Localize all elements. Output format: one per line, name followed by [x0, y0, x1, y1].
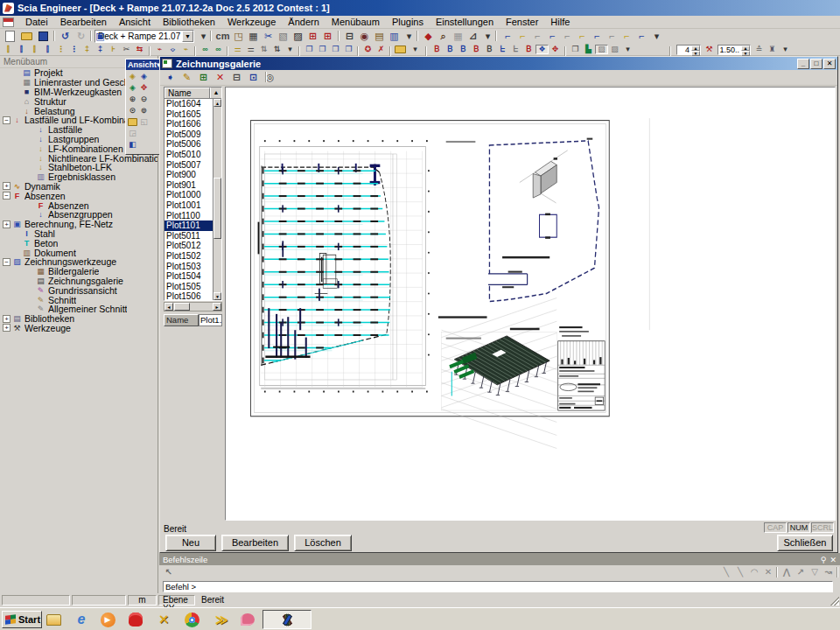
edit-button[interactable]: Bearbeiten: [221, 535, 289, 551]
drawing-preview[interactable]: [225, 87, 836, 521]
close-button[interactable]: ✕: [823, 59, 836, 69]
tree-item[interactable]: F Absenzen: [0, 200, 158, 210]
plot-list-item[interactable]: Plot1606: [164, 119, 213, 130]
menu-item[interactable]: Plugins: [386, 16, 430, 28]
menu-item[interactable]: Datei: [19, 16, 54, 28]
arrows-icon[interactable]: ≫: [212, 611, 231, 628]
close-panel-icon[interactable]: ✕: [830, 556, 836, 564]
toolbar-icon[interactable]: ▨: [595, 45, 608, 54]
tree-item[interactable]: ▦ Bildergalerie: [0, 267, 158, 276]
chevron-down-icon[interactable]: ▾: [284, 45, 297, 54]
tree-item[interactable]: ✎ Allgemeiner Schnitt: [0, 304, 158, 314]
zoom-window-icon[interactable]: ⊙: [127, 105, 138, 116]
menu-item[interactable]: Menübaum: [326, 16, 386, 28]
print-icon[interactable]: ⊟: [342, 30, 357, 43]
preview-icon[interactable]: ◉: [357, 30, 372, 43]
search-icon[interactable]: ⌕: [436, 30, 451, 43]
toolbar-icon[interactable]: Ᏼ: [522, 45, 536, 54]
paint-icon[interactable]: [238, 611, 257, 628]
hand-icon[interactable]: [126, 611, 145, 628]
view-icon[interactable]: ◱: [138, 116, 150, 128]
preview-icon[interactable]: ◎: [262, 71, 278, 84]
toolbar-icon[interactable]: ⇅: [257, 45, 270, 54]
toolbar-icon[interactable]: Ᏼ: [444, 45, 457, 54]
copy-icon[interactable]: ⊞: [195, 71, 212, 84]
plot-list-item[interactable]: Plot5006: [164, 139, 213, 150]
toolbar-icon[interactable]: ▥: [387, 30, 402, 43]
units-icon[interactable]: cm: [215, 30, 230, 43]
toolbar-icon[interactable]: ✥: [549, 45, 562, 54]
mdi-document-icon[interactable]: [3, 18, 14, 27]
save-icon[interactable]: [36, 30, 51, 43]
chevron-down-icon[interactable]: ▾: [402, 30, 416, 43]
plot-list-vscrollbar[interactable]: ▲ ▼: [213, 99, 221, 300]
toolbar-icon[interactable]: Ᏼ: [457, 45, 470, 54]
tree-expander[interactable]: −: [3, 258, 10, 266]
status-unit[interactable]: m: [128, 595, 157, 606]
tree-expander[interactable]: +: [3, 324, 10, 332]
select-icon[interactable]: ↖: [162, 566, 176, 578]
plot-list-item[interactable]: Plot5007: [164, 160, 213, 171]
chevron-down-icon[interactable]: ▾: [409, 45, 422, 54]
delete-button[interactable]: Löschen: [294, 535, 352, 551]
toolbar-icon[interactable]: ⋮: [67, 45, 80, 54]
plate-icon[interactable]: ⌐: [500, 30, 515, 43]
tree-item[interactable]: ▤ Zeichnungsgalerie: [0, 276, 158, 286]
tree-item[interactable]: ✎ Schnitt: [0, 295, 158, 304]
plot-list-hscrollbar[interactable]: ◄ ►: [164, 302, 222, 312]
tree-item[interactable]: ↓ Stahlbeton-LFK: [0, 163, 158, 172]
menu-item[interactable]: Bibliotheken: [157, 16, 221, 28]
toolbar-icon[interactable]: ⌁: [153, 45, 166, 54]
menu-item[interactable]: Ansicht: [113, 16, 157, 28]
close-dialog-button[interactable]: Schließen: [777, 535, 833, 551]
tree-expander[interactable]: +: [3, 182, 10, 190]
toolbar-icon[interactable]: ≙: [752, 45, 766, 54]
toolbar-icon[interactable]: ✗: [374, 45, 388, 54]
tree-item[interactable]: − ▨ Zeichnungswerkzeuge: [0, 257, 158, 267]
plot-list-item[interactable]: Plot900: [164, 170, 213, 180]
open-file-icon[interactable]: [394, 45, 407, 54]
resize-grip[interactable]: [830, 597, 839, 606]
edit-plot-icon[interactable]: ✎: [178, 71, 195, 84]
cut-icon[interactable]: ✂: [261, 30, 276, 43]
chevron-down-icon[interactable]: ▾: [779, 45, 792, 54]
minimize-button[interactable]: _: [797, 59, 809, 69]
toolbar-icon[interactable]: ⚌: [231, 45, 244, 54]
plate-icon[interactable]: ⌐: [605, 30, 620, 43]
new-file-icon[interactable]: [3, 30, 18, 43]
toolbar-icon[interactable]: ◳: [231, 30, 246, 43]
view-icon[interactable]: ◈: [127, 71, 138, 82]
plot-list-item[interactable]: Plot1505: [164, 282, 213, 292]
export-icon[interactable]: ➧: [162, 71, 178, 84]
toolbar-icon[interactable]: ▙: [582, 45, 595, 54]
toolbar-icon[interactable]: ↝: [822, 566, 836, 578]
undo-icon[interactable]: ↺: [58, 30, 73, 43]
menu-item[interactable]: Ändern: [282, 16, 325, 28]
toolbar-icon[interactable]: ‡: [94, 45, 107, 54]
menu-item[interactable]: Bearbeiten: [54, 16, 113, 28]
plate-icon[interactable]: ⌐: [515, 30, 530, 43]
toolbar-icon[interactable]: ⊞: [320, 30, 335, 43]
explorer-icon[interactable]: [44, 611, 63, 628]
tree-expander[interactable]: −: [3, 192, 10, 200]
toolbar-icon[interactable]: ᖶ: [496, 45, 509, 54]
save-icon[interactable]: ⊡: [245, 71, 262, 84]
toolbar-icon[interactable]: ⫿: [2, 45, 15, 54]
toolbar-icon[interactable]: ❐: [303, 45, 316, 54]
scroll-up-icon[interactable]: ▲: [214, 99, 221, 107]
media-player-icon[interactable]: ▶: [98, 611, 117, 628]
toolbar-icon[interactable]: ▨: [608, 45, 621, 54]
plot-list-item[interactable]: Plot5011: [164, 231, 213, 242]
toolbar-icon[interactable]: ❐: [569, 45, 582, 54]
plot-list-item[interactable]: Plot1504: [164, 271, 213, 282]
chrome-icon[interactable]: [182, 611, 201, 628]
toolbar-icon[interactable]: ▧: [276, 30, 290, 43]
toolbar-icon[interactable]: ╲: [719, 566, 733, 578]
plot-list-item[interactable]: Plot5010: [164, 150, 213, 160]
plot-list-item[interactable]: Plot1605: [164, 109, 213, 120]
toolbar-icon[interactable]: ❐: [316, 45, 329, 54]
toolbar-icon[interactable]: ↗: [794, 566, 808, 578]
toolbar-icon[interactable]: ✂: [120, 45, 133, 54]
scroll-right-icon[interactable]: ►: [213, 303, 221, 311]
plot-list-column-header[interactable]: Name: [164, 88, 210, 98]
